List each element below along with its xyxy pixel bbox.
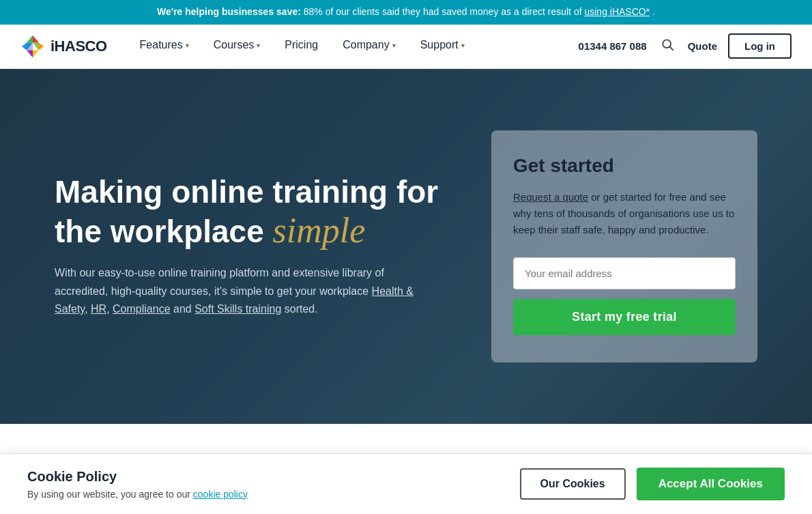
hr-link[interactable]: HR <box>91 303 106 315</box>
nav-item-company[interactable]: Company ▾ <box>330 24 407 68</box>
svg-marker-6 <box>33 50 39 57</box>
search-icon <box>661 38 674 51</box>
chevron-down-icon: ▾ <box>461 42 465 49</box>
svg-marker-5 <box>27 50 33 57</box>
nav-item-courses[interactable]: Courses ▾ <box>201 24 273 68</box>
nav-item-support[interactable]: Support ▾ <box>408 24 477 68</box>
svg-marker-8 <box>33 42 39 50</box>
soft-skills-link[interactable]: Soft Skills training <box>194 303 281 315</box>
hero-subtext: With our easy-to-use online training pla… <box>55 264 423 318</box>
top-banner: We're helping businesses save: 88% of ou… <box>0 0 812 25</box>
quote-link[interactable]: Quote <box>688 40 717 52</box>
nav-item-features[interactable]: Features ▾ <box>128 24 201 68</box>
card-description: Request a quote or get started for free … <box>513 189 736 238</box>
search-button[interactable] <box>658 35 677 57</box>
logo-icon <box>20 34 45 59</box>
logo[interactable]: iHASCO <box>20 34 107 59</box>
login-button[interactable]: Log in <box>728 33 792 59</box>
svg-marker-9 <box>27 42 33 50</box>
logo-text: iHASCO <box>50 38 107 55</box>
nav-right: 01344 867 088 Quote Log in <box>579 33 792 59</box>
chevron-down-icon: ▾ <box>257 42 260 49</box>
hero-right: Get started Request a quote or get start… <box>491 130 757 362</box>
get-started-card: Get started Request a quote or get start… <box>491 130 757 362</box>
hero-section: Making online training for the workplace… <box>0 69 812 424</box>
compliance-link[interactable]: Compliance <box>113 303 170 315</box>
hero-script-word: simple <box>273 211 366 250</box>
start-trial-button[interactable]: Start my free trial <box>513 299 736 335</box>
svg-line-11 <box>669 47 673 51</box>
chevron-down-icon: ▾ <box>186 42 189 49</box>
nav-item-pricing[interactable]: Pricing <box>272 24 330 68</box>
request-quote-link[interactable]: Request a quote <box>513 191 588 203</box>
svg-marker-4 <box>39 42 44 50</box>
banner-link[interactable]: using iHASCO* <box>584 6 650 17</box>
banner-bold: We're helping businesses save: <box>157 6 301 17</box>
svg-marker-1 <box>33 35 39 42</box>
email-input[interactable] <box>513 257 736 289</box>
svg-marker-2 <box>27 35 33 42</box>
nav-phone: 01344 867 088 <box>579 40 647 52</box>
banner-suffix: . <box>652 6 655 17</box>
hero-left: Making online training for the workplace… <box>55 174 450 319</box>
card-title: Get started <box>513 155 736 177</box>
svg-marker-3 <box>22 42 27 50</box>
navbar: iHASCO Features ▾ Courses ▾ Pricing Comp… <box>0 25 812 69</box>
chevron-down-icon: ▾ <box>392 42 396 49</box>
nav-links: Features ▾ Courses ▾ Pricing Company ▾ S… <box>128 24 579 68</box>
banner-text: 88% of our clients said they had saved m… <box>304 6 585 17</box>
hero-heading: Making online training for the workplace… <box>55 174 450 251</box>
